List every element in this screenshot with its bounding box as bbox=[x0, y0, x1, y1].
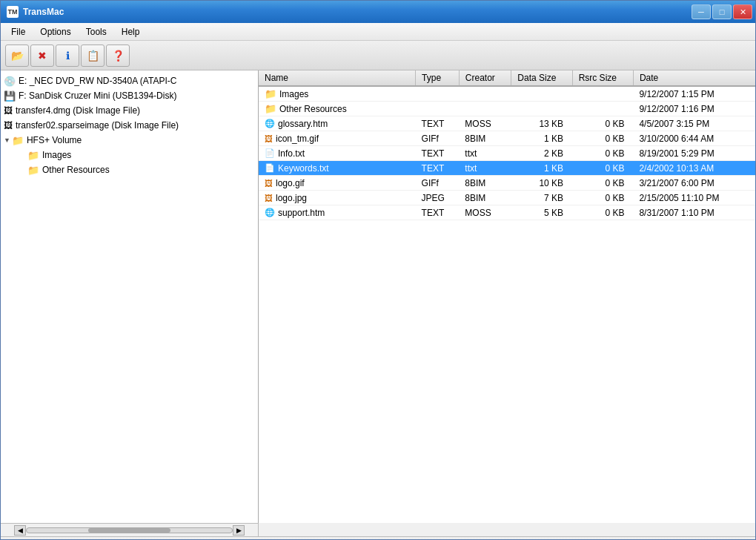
cell-data-size: 2 KB bbox=[511, 146, 572, 161]
file-name-label: Info.txt bbox=[278, 148, 305, 159]
file-name-label: support.htm bbox=[278, 208, 325, 218]
cell-date: 8/19/2001 5:29 PM bbox=[633, 146, 755, 161]
cell-data-size: 5 KB bbox=[511, 205, 572, 220]
table-row[interactable]: 🌐 support.htm TEXT MOSS 5 KB 0 KB 8/31/2… bbox=[259, 205, 755, 220]
text-icon: 📄 bbox=[265, 163, 275, 173]
info-button[interactable]: ℹ bbox=[56, 45, 79, 67]
table-header-row: Name Type Creator Data Size Rsrc Size Da… bbox=[259, 70, 755, 86]
cell-date: 2/15/2005 11:10 PM bbox=[633, 191, 755, 205]
maximize-button[interactable]: □ bbox=[712, 4, 732, 19]
cell-type: TEXT bbox=[416, 146, 460, 161]
col-rsrc-size[interactable]: Rsrc Size bbox=[572, 70, 633, 86]
cell-creator: MOSS bbox=[459, 116, 511, 131]
open-icon: 📂 bbox=[11, 50, 24, 62]
table-row[interactable]: 📄 Keywords.txt TEXT ttxt 1 KB 0 KB 2/4/2… bbox=[259, 161, 755, 176]
cell-creator: MOSS bbox=[459, 205, 511, 220]
copy-button[interactable]: 📋 bbox=[81, 45, 105, 67]
scrollbar-track[interactable] bbox=[26, 527, 233, 533]
tree-item-images[interactable]: 📁 Images bbox=[1, 148, 258, 162]
file-name-cell: 🌐 support.htm bbox=[265, 208, 325, 218]
menu-options[interactable]: Options bbox=[33, 24, 78, 39]
image-icon: 🖼 bbox=[265, 134, 273, 143]
cell-name: 🖼 icon_tm.gif bbox=[259, 131, 416, 146]
images-folder-icon: 📁 bbox=[27, 150, 39, 161]
cell-date: 2/4/2002 10:13 AM bbox=[633, 161, 755, 176]
cell-rsrc-size: 0 KB bbox=[572, 161, 633, 176]
tree-item-other-resources[interactable]: 📁 Other Resources bbox=[1, 162, 258, 177]
table-row[interactable]: 🖼 logo.jpg JPEG 8BIM 7 KB 0 KB 2/15/2005… bbox=[259, 191, 755, 205]
file-name-cell: 📁 Other Resources bbox=[265, 103, 347, 114]
title-bar-left: TM TransMac bbox=[7, 6, 64, 18]
tree-item-dmg1[interactable]: 🖼 transfer4.dmg (Disk Image File) bbox=[1, 103, 258, 118]
col-type[interactable]: Type bbox=[416, 70, 460, 86]
folder-icon: 📁 bbox=[265, 88, 276, 99]
app-title: TransMac bbox=[23, 7, 64, 17]
close-window-button[interactable]: ✕ bbox=[733, 4, 752, 19]
col-creator[interactable]: Creator bbox=[459, 70, 511, 86]
menu-bar: File Options Tools Help bbox=[1, 23, 755, 41]
image-icon: 🖼 bbox=[265, 194, 273, 202]
table-row[interactable]: 📁 Other Resources 9/12/2007 1:16 PM bbox=[259, 102, 755, 116]
cell-creator bbox=[459, 86, 511, 102]
cell-data-size: 1 KB bbox=[511, 131, 572, 146]
minimize-button[interactable]: ─ bbox=[692, 4, 711, 19]
cell-date: 3/21/2007 6:00 PM bbox=[633, 176, 755, 191]
cell-creator: 8BIM bbox=[459, 191, 511, 205]
cell-data-size bbox=[511, 102, 572, 116]
scroll-right-button[interactable]: ▶ bbox=[233, 525, 245, 536]
scroll-left-button[interactable]: ◀ bbox=[14, 525, 26, 536]
tree-label-dmg2: transfer02.sparseimage (Disk Image File) bbox=[16, 120, 179, 131]
collapse-icon: ▼ bbox=[4, 136, 10, 144]
file-name-cell: 🖼 icon_tm.gif bbox=[265, 134, 319, 144]
close-button[interactable]: ✖ bbox=[30, 45, 54, 67]
table-row[interactable]: 🖼 logo.gif GIFf 8BIM 10 KB 0 KB 3/21/200… bbox=[259, 176, 755, 191]
open-button[interactable]: 📂 bbox=[5, 45, 29, 67]
file-name-label: Other Resources bbox=[279, 104, 347, 114]
cell-date: 9/12/2007 1:16 PM bbox=[633, 102, 755, 116]
col-data-size[interactable]: Data Size bbox=[511, 70, 572, 86]
title-bar-buttons: ─ □ ✕ bbox=[692, 4, 752, 19]
file-name-label: Images bbox=[279, 89, 308, 99]
cell-date: 9/12/2007 1:15 PM bbox=[633, 86, 755, 102]
file-name-label: Keywords.txt bbox=[278, 163, 329, 174]
cell-rsrc-size: 0 KB bbox=[572, 131, 633, 146]
usb-icon: 💾 bbox=[4, 90, 16, 102]
tree-item-hfs[interactable]: ▼ 📁 HFS+ Volume bbox=[1, 133, 258, 148]
cell-name: 🖼 logo.jpg bbox=[259, 191, 416, 205]
cell-name: 📁 Other Resources bbox=[259, 102, 416, 116]
menu-file[interactable]: File bbox=[4, 24, 33, 39]
cell-name: 🌐 support.htm bbox=[259, 205, 416, 220]
scrollbar-thumb[interactable] bbox=[88, 528, 170, 533]
tree-label-dmg1: transfer4.dmg (Disk Image File) bbox=[16, 105, 140, 116]
tree-item-dvd[interactable]: 💿 E: _NEC DVD_RW ND-3540A (ATAPI-C bbox=[1, 73, 258, 88]
table-row[interactable]: 📁 Images 9/12/2007 1:15 PM bbox=[259, 86, 755, 102]
table-row[interactable]: 🖼 icon_tm.gif GIFf 8BIM 1 KB 0 KB 3/10/2… bbox=[259, 131, 755, 146]
tree-item-usb[interactable]: 💾 F: SanDisk Cruzer Mini (USB1394-Disk) bbox=[1, 88, 258, 103]
cell-type: JPEG bbox=[416, 191, 460, 205]
image-icon: 🖼 bbox=[265, 179, 273, 188]
cell-rsrc-size: 0 KB bbox=[572, 205, 633, 220]
cell-rsrc-size: 0 KB bbox=[572, 176, 633, 191]
help-button[interactable]: ❓ bbox=[106, 45, 130, 67]
cell-name: 🖼 logo.gif bbox=[259, 176, 416, 191]
table-row[interactable]: 📄 Info.txt TEXT ttxt 2 KB 0 KB 8/19/2001… bbox=[259, 146, 755, 161]
horizontal-scrollbar[interactable]: ◀ ▶ bbox=[1, 523, 259, 536]
col-date[interactable]: Date bbox=[633, 70, 755, 86]
close-icon: ✖ bbox=[38, 50, 47, 62]
main-area: 💿 E: _NEC DVD_RW ND-3540A (ATAPI-C 💾 F: … bbox=[1, 70, 755, 523]
cell-rsrc-size: 0 KB bbox=[572, 116, 633, 131]
file-name-cell: 🖼 logo.gif bbox=[265, 178, 305, 188]
cell-type: GIFf bbox=[416, 176, 460, 191]
menu-tools[interactable]: Tools bbox=[79, 24, 114, 39]
tree-item-dmg2[interactable]: 🖼 transfer02.sparseimage (Disk Image Fil… bbox=[1, 118, 258, 133]
cell-data-size: 1 KB bbox=[511, 161, 572, 176]
menu-help[interactable]: Help bbox=[114, 24, 147, 39]
cell-name: 📄 Info.txt bbox=[259, 146, 416, 161]
tree-label-other-resources: Other Resources bbox=[42, 165, 110, 175]
file-name-cell: 📄 Keywords.txt bbox=[265, 163, 329, 174]
file-name-label: icon_tm.gif bbox=[276, 134, 319, 144]
col-name[interactable]: Name bbox=[259, 70, 416, 86]
table-row[interactable]: 🌐 glossary.htm TEXT MOSS 13 KB 0 KB 4/5/… bbox=[259, 116, 755, 131]
cell-data-size: 13 KB bbox=[511, 116, 572, 131]
cell-data-size: 7 KB bbox=[511, 191, 572, 205]
